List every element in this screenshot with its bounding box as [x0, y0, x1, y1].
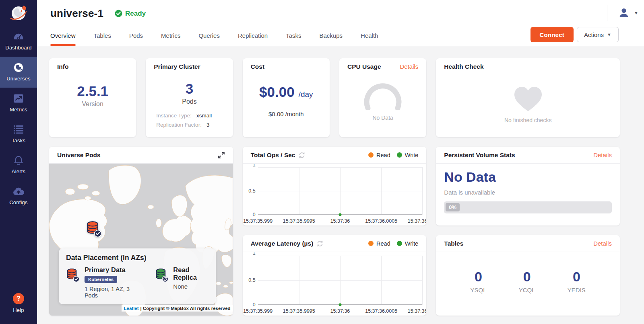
card-title: Health Check	[444, 63, 483, 70]
tab-bar: Overview Tables Pods Metrics Queries Rep…	[50, 25, 378, 46]
sidebar-item-alerts[interactable]: Alerts	[0, 150, 37, 180]
read-replica-label: Read Replica	[173, 266, 208, 281]
sidebar-item-label: Tasks	[12, 137, 25, 144]
legend-write: Write	[397, 152, 419, 158]
yedis-value: 0	[573, 269, 580, 285]
tab-tasks[interactable]: Tasks	[286, 25, 301, 46]
y-tick: 1	[253, 252, 256, 256]
card-title: Universe Pods	[57, 152, 101, 159]
sidebar-item-dashboard[interactable]: Dashboard	[0, 26, 37, 57]
map-attribution: Leaflet | Copyright © MapBox All rights …	[122, 305, 233, 312]
cloud-upload-icon	[12, 186, 25, 197]
write-data-point	[339, 303, 341, 306]
x-tick: 15:37:35.9995	[283, 218, 315, 224]
sidebar-item-label: Metrics	[10, 107, 27, 113]
gauge-icon	[13, 31, 24, 42]
sidebar-item-help[interactable]: ? Help	[0, 287, 37, 319]
y-tick: 0	[253, 212, 256, 217]
primary-data-block: Primary Data Kubernetes 1 Region, 1 AZ, …	[66, 266, 136, 299]
status-badge: Ready	[115, 10, 146, 18]
volume-progress-bar: 0%	[444, 201, 612, 213]
tab-metrics[interactable]: Metrics	[161, 25, 180, 46]
progress-percent-badge: 0%	[446, 203, 460, 211]
bell-icon	[14, 155, 23, 166]
card-title: Total Ops / Sec	[251, 152, 295, 159]
write-dot-icon	[397, 241, 402, 246]
cpu-usage-card: CPU Usage Details No Data	[339, 58, 426, 137]
pods-caption: Pods	[182, 98, 196, 105]
ysql-value: 0	[475, 269, 482, 285]
persistent-volume-card: Persistent Volume Stats Details No Data …	[436, 147, 620, 226]
connect-button[interactable]: Connect	[530, 27, 574, 42]
pvs-details-link[interactable]: Details	[593, 152, 612, 158]
write-dot-icon	[397, 152, 402, 158]
chevron-down-icon: ▼	[634, 10, 638, 15]
tab-health[interactable]: Health	[361, 25, 378, 46]
data-placement-overlay: Data Placement (In AZs) Primar	[59, 248, 216, 304]
card-title: Tables	[444, 240, 463, 247]
tab-replication[interactable]: Replication	[238, 25, 268, 46]
sidebar-item-tasks[interactable]: Tasks	[0, 119, 37, 150]
sidebar-item-label: Configs	[9, 199, 27, 205]
ycql-label: YCQL	[519, 287, 535, 293]
replication-factor-label: Replication Factor:	[156, 122, 202, 128]
read-replica-caption: None	[173, 283, 208, 290]
y-tick: 0	[253, 302, 256, 308]
primary-cluster-card: Primary Cluster 3 Pods Instance Type: xs…	[146, 58, 233, 137]
tab-backups[interactable]: Backups	[320, 25, 343, 46]
ysql-label: YSQL	[470, 287, 486, 293]
tab-queries[interactable]: Queries	[198, 25, 220, 46]
replication-factor-row: Replication Factor: 3	[156, 122, 222, 128]
leaflet-link[interactable]: Leaflet	[124, 306, 139, 311]
x-tick: 15:37:35.999	[243, 308, 272, 314]
sidebar: Dashboard Universes Metrics Tasks Alerts	[0, 0, 37, 324]
sidebar-item-label: Alerts	[12, 168, 25, 174]
gauge-icon	[361, 83, 405, 111]
expand-icon[interactable]	[218, 152, 225, 159]
replication-factor-value: 3	[206, 122, 210, 128]
instance-type-label: Instance Type:	[156, 113, 192, 119]
primary-data-caption: 1 Region, 1 AZ, 3 Pods	[85, 286, 136, 299]
yedis-count: 0 YEDIS	[568, 269, 586, 293]
refresh-icon[interactable]	[299, 152, 305, 158]
sidebar-item-metrics[interactable]: Metrics	[0, 88, 37, 119]
y-tick: 0.5	[248, 277, 255, 283]
pvs-caption: Data is unavailable	[444, 189, 612, 196]
tab-overview[interactable]: Overview	[50, 25, 76, 46]
tables-card: Tables Details 0 YSQL 0 YCQL 0 YEDIS	[436, 235, 620, 316]
ysql-count: 0 YSQL	[470, 269, 486, 293]
overview-grid: Info 2.5.1 Version Primary Cluster 3 Pod…	[49, 58, 620, 316]
status-label: Ready	[125, 10, 146, 18]
write-data-point	[339, 213, 341, 216]
version-value: 2.5.1	[77, 83, 108, 99]
sidebar-item-configs[interactable]: Configs	[0, 180, 37, 211]
cost-per-day-unit: /day	[299, 90, 313, 99]
cpu-empty-text: No Data	[372, 115, 393, 121]
tab-pods[interactable]: Pods	[129, 25, 143, 46]
user-menu[interactable]: ▼	[607, 5, 638, 21]
card-title: Average Latency (µs)	[251, 240, 314, 247]
sidebar-item-universes[interactable]: Universes	[0, 57, 37, 88]
card-title: Primary Cluster	[154, 63, 200, 70]
card-title: CPU Usage	[347, 63, 381, 70]
primary-data-label: Primary Data	[85, 266, 136, 274]
refresh-icon[interactable]	[317, 240, 323, 247]
read-dot-icon	[368, 152, 374, 158]
check-circle-icon	[115, 10, 122, 17]
universe-pods-card: Universe Pods	[49, 147, 233, 316]
yugabyte-logo[interactable]	[0, 0, 37, 26]
actions-label: Actions	[584, 31, 604, 38]
tables-details-link[interactable]: Details	[593, 240, 612, 247]
cpu-details-link[interactable]: Details	[400, 63, 418, 70]
legend-read: Read	[368, 152, 390, 158]
primary-data-map-marker-icon[interactable]	[86, 220, 102, 238]
actions-button[interactable]: Actions ▼	[577, 27, 619, 42]
total-ops-chart-card: Total Ops / Sec Read Write 1 0.5 0 15:37…	[243, 147, 427, 226]
x-tick: 15:37:35.9995	[283, 308, 315, 314]
page-title: universe-1	[50, 7, 103, 20]
tab-tables[interactable]: Tables	[94, 25, 111, 46]
sidebar-item-label: Help	[13, 307, 24, 313]
legend-write: Write	[397, 240, 419, 247]
legend-read: Read	[368, 240, 390, 247]
world-map[interactable]: Data Placement (In AZs) Primar	[49, 164, 233, 316]
